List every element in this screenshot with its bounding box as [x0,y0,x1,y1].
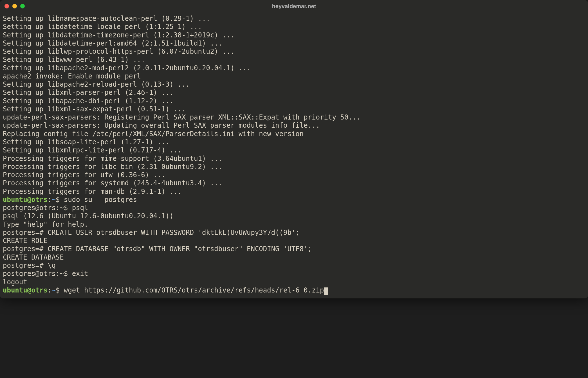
prompt-user: ubuntu [3,286,27,294]
output-line: psql (12.6 (Ubuntu 12.6-0ubuntu0.20.04.1… [3,212,585,220]
output-line: Setting up libapache-dbi-perl (1.12-2) .… [3,97,585,105]
output-line: Processing triggers for man-db (2.9.1-1)… [3,188,585,196]
output-line: Setting up libsoap-lite-perl (1.27-1) ..… [3,138,585,146]
output-line: Setting up libxmlrpc-lite-perl (0.717-4)… [3,146,585,154]
prompt-path: ~ [51,286,55,294]
output-line: Type "help" for help. [3,220,585,229]
prompt-path: ~ [51,196,55,204]
prompt-host: otrs [31,196,48,204]
output-line: Setting up libapache2-mod-perl2 (2.0.11-… [3,64,585,72]
prompt-symbol: $ [56,286,60,294]
minimize-icon[interactable] [12,4,17,8]
output-line: postgres=# \q [3,262,585,270]
output-line: postgres@otrs:~$ exit [3,270,585,278]
terminal-body[interactable]: Setting up libnamespace-autoclean-perl (… [0,12,588,298]
output-line: Setting up libdatetime-timezone-perl (1:… [3,31,585,39]
output-line: Setting up libdatetime-locale-perl (1:1.… [3,23,585,31]
output-line: Setting up libxml-parser-perl (2.46-1) .… [3,89,585,97]
output-line: Processing triggers for mime-support (3.… [3,155,585,163]
output-line: postgres=# CREATE USER otrsdbuser WITH P… [3,229,585,237]
output-line: CREATE DATABASE [3,253,585,262]
output-line: logout [3,278,585,286]
output-line: Setting up libnamespace-autoclean-perl (… [3,15,585,23]
output-line: Setting up libapache2-reload-perl (0.13-… [3,80,585,89]
output-line: Processing triggers for libc-bin (2.31-0… [3,163,585,171]
prompt-line: ubuntu@otrs:~$ wget https://github.com/O… [3,286,585,294]
prompt-user: ubuntu [3,196,27,204]
output-line: update-perl-sax-parsers: Registering Per… [3,113,585,122]
output-line: CREATE ROLE [3,237,585,245]
output-line: Setting up libwww-perl (6.43-1) ... [3,56,585,64]
titlebar: heyvaldemar.net [0,0,588,12]
output-line: Processing triggers for systemd (245.4-4… [3,179,585,187]
maximize-icon[interactable] [20,4,25,8]
prompt-symbol: $ [56,196,60,204]
output-line: Replacing config file /etc/perl/XML/SAX/… [3,130,585,138]
terminal-window: heyvaldemar.net Setting up libnamespace-… [0,0,588,298]
prompt-line: ubuntu@otrs:~$ sudo su - postgres [3,196,585,204]
output-line: apache2_invoke: Enable module perl [3,72,585,80]
window-title: heyvaldemar.net [272,3,316,10]
output-line: postgres=# CREATE DATABASE "otrsdb" WITH… [3,245,585,253]
output-line: update-perl-sax-parsers: Updating overal… [3,122,585,130]
output-line: Setting up liblwp-protocol-https-perl (6… [3,48,585,56]
cursor-icon [324,287,328,295]
command-text: sudo su - postgres [64,196,137,204]
output-line: Setting up libdatetime-perl:amd64 (2:1.5… [3,39,585,48]
output-line: Processing triggers for ufw (0.36-6) ... [3,171,585,179]
prompt-host: otrs [31,286,48,294]
command-text: wget https://github.com/OTRS/otrs/archiv… [64,286,324,294]
output-line: postgres@otrs:~$ psql [3,204,585,212]
close-icon[interactable] [5,4,9,8]
traffic-lights [5,4,25,8]
output-line: Setting up libxml-sax-expat-perl (0.51-1… [3,105,585,113]
